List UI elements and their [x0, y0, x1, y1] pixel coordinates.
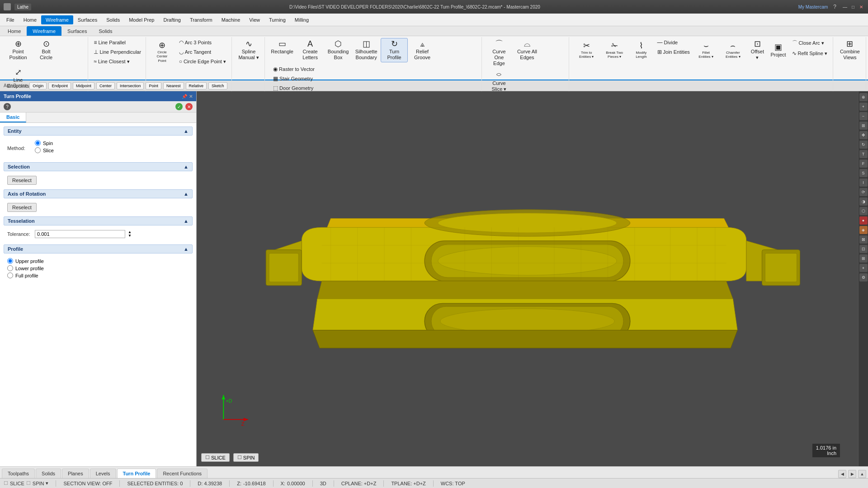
bottom-prev-button[interactable]: ◀ [838, 470, 846, 478]
menu-milling[interactable]: Milling [290, 15, 313, 24]
tab-toolpaths[interactable]: Toolpaths [2, 469, 35, 478]
rotate-button[interactable]: ↻ [859, 141, 868, 149]
ribbon-tab-surfaces[interactable]: Surfaces [61, 26, 93, 36]
canvas-area[interactable]: +D Z 1.0176 in Inch ☐ SLICE ☐ SPIN [197, 91, 858, 466]
tolerance-spinner[interactable]: ▲ ▼ [128, 230, 132, 238]
axis-section-header[interactable]: Axis of Rotation ▲ [4, 189, 193, 198]
trim-entities-button[interactable]: ✂ Trim to Entities ▾ [573, 38, 600, 62]
entity-slice-option[interactable]: Slice [35, 147, 54, 153]
maximize-button[interactable]: □ [850, 4, 856, 10]
entity-slice-radio[interactable] [35, 147, 41, 153]
shading-button[interactable]: ◑ [859, 197, 868, 206]
line-perpendicular-button[interactable]: ⊥ Line Perpendicular [91, 47, 144, 56]
menu-machine[interactable]: Machine [217, 15, 245, 24]
tesselation-section-header[interactable]: Tesselation ▲ [4, 216, 193, 225]
chamfer-entities-button[interactable]: ⌢ Chamfer Entities ▾ [719, 38, 746, 62]
menu-file[interactable]: File [2, 15, 19, 24]
tab-basic[interactable]: Basic [0, 113, 26, 122]
menu-modelprep[interactable]: Model Prep [124, 15, 159, 24]
help-icon[interactable]: ? [833, 4, 836, 10]
project-button[interactable]: ▣ Project [769, 38, 788, 62]
snap-button[interactable]: ⌖ [859, 264, 868, 272]
menu-surfaces[interactable]: Surfaces [73, 15, 102, 24]
menu-transform[interactable]: Transform [185, 15, 217, 24]
view-iso-button[interactable]: I [859, 178, 868, 187]
repaint-button[interactable]: ⟳ [859, 188, 868, 196]
axis-reselect-button[interactable]: Reselect [7, 203, 37, 212]
curve-slice-button[interactable]: ⌔ Curve Slice ▾ [486, 70, 513, 94]
tab-solids[interactable]: Solids [36, 469, 61, 478]
point-position-button[interactable]: ⊕ Point Position [5, 38, 32, 62]
rectangle-button[interactable]: ▭ Rectangle [269, 38, 296, 56]
status-dropdown-icon[interactable]: ▾ [46, 480, 48, 486]
menu-wireframe[interactable]: Wireframe [41, 15, 73, 24]
arc-3points-button[interactable]: ◠ Arc 3 Points [176, 38, 229, 47]
zoom-in-button[interactable]: + [859, 103, 868, 111]
offset-button[interactable]: ⊡ Offset ▾ [747, 38, 767, 62]
menu-turning[interactable]: Turning [264, 15, 290, 24]
view-top-button[interactable]: T [859, 150, 868, 158]
zoom-fit-button[interactable]: ⊕ [859, 93, 868, 101]
my-mastercam-link[interactable]: My Mastercam [798, 5, 828, 9]
entity-spin-radio[interactable] [35, 140, 41, 146]
menu-drafting[interactable]: Drafting [159, 15, 185, 24]
pan-button[interactable]: ✥ [859, 131, 868, 139]
bottom-expand-button[interactable]: ▲ [858, 470, 866, 478]
autocursor-center[interactable]: Center [96, 82, 115, 89]
lower-profile-radio[interactable] [7, 265, 13, 271]
panel-cancel-button[interactable]: ✕ [185, 103, 193, 110]
ribbon-tab-home[interactable]: Home [2, 26, 27, 36]
autocursor-nearest[interactable]: Nearest [163, 82, 184, 89]
lower-profile-option[interactable]: Lower profile [7, 265, 189, 271]
autocursor-intersection[interactable]: Intersection [117, 82, 144, 89]
autocursor-endpoint[interactable]: Endpoint [48, 82, 71, 89]
autocursor-point[interactable]: Point [146, 82, 161, 89]
upper-profile-radio[interactable] [7, 258, 13, 264]
autocursor-origin[interactable]: Origin [29, 82, 47, 89]
clear-select-button[interactable]: ⊡ [859, 245, 868, 253]
curve-one-edge-button[interactable]: ⌒ Curve One Edge [486, 38, 513, 69]
bolt-circle-button[interactable]: ⊙ Bolt Circle [33, 38, 60, 62]
raster-vector-button[interactable]: ◉ Raster to Vector [270, 65, 317, 74]
spin-button[interactable]: ☐ SPIN [233, 453, 259, 462]
minimize-button[interactable]: — [842, 4, 848, 10]
fillet-entities-button[interactable]: ⌣ Fillet Entities ▾ [693, 38, 718, 62]
panel-ok-button[interactable]: ✓ [175, 103, 183, 110]
full-profile-radio[interactable] [7, 272, 13, 278]
divide-button[interactable]: — Divide [655, 38, 693, 47]
combine-views-button[interactable]: ⊞ Combine Views [837, 38, 863, 62]
tab-turn-profile[interactable]: Turn Profile [117, 469, 156, 478]
ribbon-tab-wireframe[interactable]: Wireframe [27, 26, 61, 36]
record-button[interactable]: ● [859, 216, 868, 225]
turn-profile-button[interactable]: ↻ Turn Profile [381, 38, 408, 62]
circle-edge-point-button[interactable]: ○ Circle Edge Point ▾ [176, 57, 229, 66]
properties-button[interactable]: ⚙ [859, 273, 868, 282]
spline-manual-button[interactable]: ∿ Spline Manual ▾ [236, 38, 262, 62]
autocursor-relative[interactable]: Relative [186, 82, 207, 89]
menu-solids[interactable]: Solids [102, 15, 124, 24]
join-entities-button[interactable]: ⊞ Join Entities [655, 47, 693, 56]
silhouette-boundary-button[interactable]: ◫ Silhouette Boundary [353, 38, 380, 62]
selection-reselect-button[interactable]: Reselect [7, 176, 37, 185]
selection-section-header[interactable]: Selection ▲ [4, 162, 193, 171]
view-front-button[interactable]: F [859, 160, 868, 168]
relief-groove-button[interactable]: ⟁ Relief Groove [409, 38, 436, 62]
bottom-next-button[interactable]: ▶ [848, 470, 856, 478]
arc-tangent-button[interactable]: ◡ Arc Tangent [176, 47, 229, 56]
profile-section-header[interactable]: Profile ▲ [4, 244, 193, 253]
modify-length-button[interactable]: ⌇ Modify Length [629, 38, 653, 62]
line-closest-button[interactable]: ≈ Line Closest ▾ [91, 57, 144, 66]
tab-recent-functions[interactable]: Recent Functions [157, 469, 208, 478]
curve-all-edges-button[interactable]: ⌓ Curve All Edges [514, 38, 541, 62]
panel-close-icon[interactable]: ✕ [189, 94, 193, 99]
panel-pin-icon[interactable]: 📌 [182, 94, 187, 99]
close-button[interactable]: ✕ [858, 4, 864, 10]
line-parallel-button[interactable]: ≡ Line Parallel [91, 38, 144, 47]
tab-planes[interactable]: Planes [62, 469, 89, 478]
select-all-button[interactable]: ⊠ [859, 235, 868, 244]
break-two-pieces-button[interactable]: ✁ Break Two Pieces ▾ [601, 38, 628, 62]
tab-levels[interactable]: Levels [90, 469, 116, 478]
zoom-out-button[interactable]: − [859, 112, 868, 120]
slice-button[interactable]: ☐ SLICE [201, 453, 230, 462]
close-arc-button[interactable]: ⌒ Close Arc ▾ [789, 38, 830, 48]
